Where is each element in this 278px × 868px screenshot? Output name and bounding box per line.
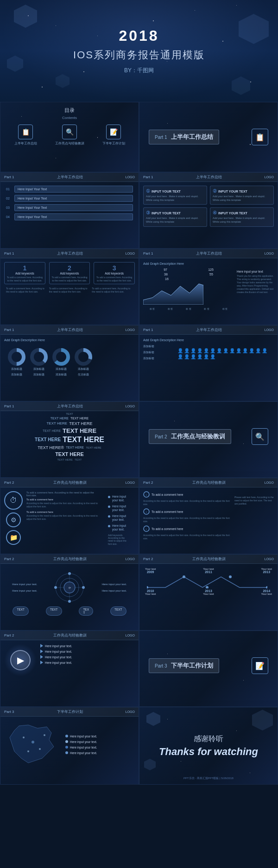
radial-slide: Part 2 工作亮点与经验教训 LOGO Here input your te… bbox=[0, 554, 139, 631]
svg-point-32 bbox=[32, 741, 34, 743]
area-chart-slide: Part 1 上半年工作总结 LOGO Add Graph Descriptio… bbox=[139, 249, 278, 325]
comment-bullets-slide: Part 2 工作亮点与经验教训 LOGO i To add a comment… bbox=[139, 478, 278, 554]
list-slide: Part 1 上半年工作总结 LOGO 01 Here Input Your T… bbox=[0, 172, 139, 249]
pie-row: 添加标题 添加标题 添加标题 添加标题 添加标题 bbox=[4, 344, 135, 381]
kw-box-3: 3 Add keywords To add a comment here. Ac… bbox=[94, 262, 135, 284]
list-item-1: 01 Here Input Your Text bbox=[6, 186, 133, 193]
play-button[interactable]: ▶ bbox=[10, 650, 31, 670]
svg-point-29 bbox=[206, 586, 208, 588]
logo-1: LOGO bbox=[126, 175, 135, 179]
svg-text:i: i bbox=[146, 511, 146, 513]
input-box-2: ②INPUT YOUR TEXT Add your text here . Ma… bbox=[210, 186, 274, 205]
svg-point-36 bbox=[44, 734, 45, 736]
thanks-cn: 感谢聆听 bbox=[159, 734, 258, 744]
input-grid: ①INPUT YOUR TEXT Add your text here . Ma… bbox=[139, 182, 278, 231]
part3-title-slide: Part 3 下半年工作计划 📝 bbox=[139, 631, 278, 707]
list-items-container: 01 Here Input Your Text 02 Here Input Yo… bbox=[0, 182, 139, 226]
svg-point-28 bbox=[183, 575, 185, 578]
list-item-2: 02 Here Input Your Text bbox=[6, 195, 133, 202]
stopwatch-slide: Part 2 工作亮点与经验教训 LOGO ⏱ ⚙ 📁 To add a com… bbox=[0, 478, 139, 554]
part1-title-slide: Part 1 上半年工作总结 📋 bbox=[139, 102, 278, 172]
svg-marker-0 bbox=[143, 284, 203, 305]
input-boxes-slide: Part 1 上半年工作总结 LOGO ①INPUT YOUR TEXT Add… bbox=[139, 172, 278, 249]
people-slide: Part 1 上半年工作总结 LOGO Add Graph Descriptio… bbox=[139, 325, 278, 401]
svg-point-27 bbox=[147, 586, 148, 588]
svg-point-19 bbox=[68, 572, 71, 575]
slide-header-part1: Part 1 bbox=[4, 175, 14, 179]
thanks-en: Thanks for watching bbox=[159, 746, 258, 758]
clock-icon: ⏱ bbox=[4, 491, 23, 510]
svg-point-33 bbox=[23, 737, 25, 738]
video-slide: Part 2 工作亮点与经验教训 LOGO ▶ Here input your … bbox=[0, 631, 139, 707]
title-main: IOS系列商务报告通用模版 bbox=[73, 48, 205, 62]
list-item-4: 04 Here Input Your Text bbox=[6, 213, 133, 220]
pie-3: 添加标题 添加标题 bbox=[52, 348, 70, 377]
radial-content: Here input your text. Here input your te… bbox=[0, 564, 139, 619]
input-box-4: ④INPUT YOUR TEXT Add your text here . Ma… bbox=[210, 207, 274, 226]
kw-box-1: 1 Add keywords To add a comment here. Ac… bbox=[4, 262, 45, 284]
comment-content: i To add a comment here According to the… bbox=[139, 487, 278, 543]
area-chart-svg bbox=[143, 281, 203, 305]
svg-point-35 bbox=[27, 750, 29, 752]
list-item-3: 03 Here Input Your Text bbox=[6, 204, 133, 211]
svg-point-22 bbox=[54, 586, 57, 589]
pie-chart-content: Add Graph Description Here 添加标题 添加标题 添加标 bbox=[0, 335, 139, 384]
china-map-svg bbox=[5, 721, 61, 768]
kw-box-2: 2 Add keywords To add a comment here. Ac… bbox=[49, 262, 90, 284]
pie-chart-slide: Part 1 上半年工作总结 LOGO Add Graph Descriptio… bbox=[0, 325, 139, 401]
map-slide: Part 3 下半年工作计划 LOGO Here input your text… bbox=[0, 707, 139, 785]
svg-point-34 bbox=[39, 748, 41, 750]
area-chart-content: Add Graph Description Here 97 125 38 55 … bbox=[139, 258, 278, 314]
svg-text:i: i bbox=[146, 493, 146, 496]
keywords-slide: Part 1 上半年工作总结 LOGO 1 Add keywords To ad… bbox=[0, 249, 139, 325]
svg-text:⟳: ⟳ bbox=[68, 587, 70, 589]
title-year: 2018 bbox=[119, 27, 159, 44]
map-content: Here input your text. Here input your te… bbox=[0, 717, 139, 772]
text-cloud-slide: Part 1 上半年工作总结 LOGO TEXT TEXT HERE TEXT … bbox=[0, 401, 139, 478]
title-slide: 2018 IOS系列商务报告通用模版 BY：千图网 bbox=[0, 0, 278, 102]
pie-4: 添加标题 生活标题 bbox=[75, 348, 92, 377]
pie-2: 添加标题 添加标题 bbox=[30, 348, 48, 377]
thanks-footer: PPT乐坊 · 商务汇报PPT模板 | 5/28/2018 bbox=[183, 776, 234, 781]
svg-text:i: i bbox=[146, 528, 146, 531]
slide-header-part1b: Part 1 bbox=[143, 175, 153, 179]
part2-title-slide: Part 2 工作亮点与经验教训 🔍 bbox=[139, 401, 278, 478]
pie-1: 添加标题 添加标题 bbox=[8, 348, 25, 377]
svg-point-20 bbox=[82, 586, 85, 589]
svg-point-21 bbox=[68, 600, 71, 603]
svg-point-31 bbox=[266, 586, 267, 588]
timeline-slide: Part 2 工作亮点与经验教训 LOGO Your text 2009 You… bbox=[139, 554, 278, 631]
thanks-slide: 感谢聆听 Thanks for watching PPT乐坊 · 商务汇报PPT… bbox=[139, 707, 278, 785]
people-content: Add Graph Description Here 添加标签 添加标签 添加标… bbox=[139, 335, 278, 367]
input-box-3: ③INPUT YOUR TEXT Add your text here . Ma… bbox=[143, 207, 207, 226]
timeline-content: Your text 2009 Your text 2011 Your text … bbox=[139, 564, 278, 599]
text-cloud-content: TEXT TEXT HERE TEXT HERE TEXT HERE TEXT … bbox=[0, 411, 139, 462]
contents-slide: 目录 Contents 📋 上半年工作总结 🔍 工作亮点与经验教训 📝 下半年工… bbox=[0, 102, 139, 172]
stopwatch-content: ⏱ ⚙ 📁 To add a comment here. According t… bbox=[0, 487, 139, 553]
svg-point-30 bbox=[229, 575, 232, 578]
keywords-content: 1 Add keywords To add a comment here. Ac… bbox=[0, 258, 139, 309]
input-box-1: ①INPUT YOUR TEXT Add your text here . Ma… bbox=[143, 186, 207, 205]
video-content: ▶ Here input your text. Here input your … bbox=[0, 640, 139, 680]
logo-2: LOGO bbox=[265, 175, 274, 179]
title-by: BY：千图网 bbox=[124, 67, 154, 75]
